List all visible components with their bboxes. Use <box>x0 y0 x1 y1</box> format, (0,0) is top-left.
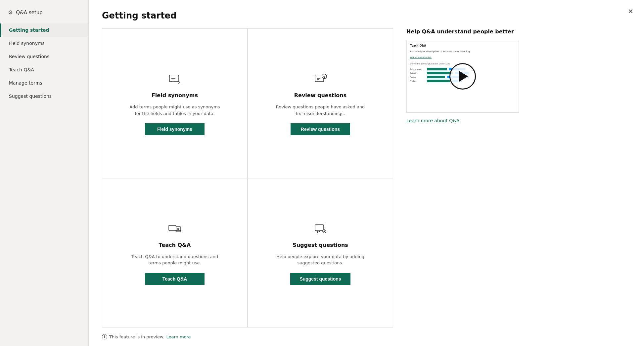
suggest-svg-icon <box>314 222 327 235</box>
help-title: Help Q&A understand people better <box>406 28 519 35</box>
sidebar: ⚙ Q&A setup Getting started Field synony… <box>0 0 89 346</box>
field-synonyms-title: Field synonyms <box>152 92 198 98</box>
info-icon: i <box>102 334 107 339</box>
learn-more-link[interactable]: Learn more about Q&A <box>406 118 519 123</box>
teach-svg-icon <box>168 222 181 235</box>
sidebar-nav: Getting started Field synonyms Review qu… <box>0 23 88 103</box>
svg-rect-0 <box>169 75 179 82</box>
sidebar-header: ⚙ Q&A setup <box>0 3 88 23</box>
suggest-questions-desc: Help people explore your data by adding … <box>274 253 367 266</box>
sidebar-item-teach-qa[interactable]: Teach Q&A <box>0 63 88 76</box>
synonyms-svg-icon <box>168 72 181 86</box>
main-content: Getting started Field synonyms Add terms… <box>89 0 644 346</box>
right-panel: Help Q&A understand people better Teach … <box>393 28 519 327</box>
teach-qa-desc: Teach Q&A to understand questions and te… <box>128 253 221 266</box>
main-header: Getting started <box>89 0 644 28</box>
suggest-questions-icon <box>312 221 328 237</box>
svg-rect-9 <box>169 225 176 231</box>
teach-qa-card: Teach Q&A Teach Q&A to understand questi… <box>102 178 248 328</box>
review-questions-card: Review questions Review questions people… <box>248 28 393 178</box>
close-button[interactable]: ✕ <box>626 7 635 16</box>
footer: i This feature is in preview. Learn more <box>89 327 644 346</box>
sidebar-title: Q&A setup <box>16 10 43 16</box>
video-thumbnail[interactable]: Teach Q&A Add a helpful description to i… <box>406 40 519 113</box>
teach-qa-icon <box>167 221 183 237</box>
suggest-questions-title: Suggest questions <box>293 242 348 248</box>
gear-icon: ⚙ <box>8 9 13 16</box>
sidebar-item-field-synonyms[interactable]: Field synonyms <box>0 37 88 50</box>
field-synonyms-button[interactable]: Field synonyms <box>145 123 205 135</box>
field-synonyms-icon <box>167 71 183 87</box>
review-svg-icon <box>314 72 327 86</box>
content-area: Field synonyms Add terms people might us… <box>89 28 644 327</box>
suggest-questions-button[interactable]: Suggest questions <box>290 273 350 285</box>
review-questions-title: Review questions <box>294 92 347 98</box>
cards-grid: Field synonyms Add terms people might us… <box>102 28 393 327</box>
sidebar-item-manage-terms[interactable]: Manage terms <box>0 76 88 90</box>
field-synonyms-card: Field synonyms Add terms people might us… <box>102 28 248 178</box>
play-triangle-icon <box>459 71 468 82</box>
svg-rect-10 <box>176 227 181 231</box>
teach-qa-button[interactable]: Teach Q&A <box>145 273 205 285</box>
sidebar-item-suggest-questions[interactable]: Suggest questions <box>0 90 88 103</box>
svg-rect-13 <box>315 225 324 231</box>
page-title: Getting started <box>102 11 631 20</box>
footer-text: This feature is in preview. <box>109 334 164 339</box>
sidebar-item-getting-started[interactable]: Getting started <box>0 23 88 37</box>
teach-qa-title: Teach Q&A <box>159 242 191 248</box>
review-questions-desc: Review questions people have asked and f… <box>274 104 367 117</box>
suggest-questions-card: Suggest questions Help people explore yo… <box>248 178 393 328</box>
sidebar-item-review-questions[interactable]: Review questions <box>0 50 88 63</box>
play-button[interactable] <box>449 63 476 90</box>
svg-point-6 <box>324 78 325 79</box>
footer-learn-more-link[interactable]: Learn more <box>166 334 191 339</box>
review-questions-button[interactable]: Review questions <box>291 123 350 135</box>
field-synonyms-desc: Add terms people might use as synonyms f… <box>128 104 221 117</box>
review-questions-icon <box>312 71 328 87</box>
